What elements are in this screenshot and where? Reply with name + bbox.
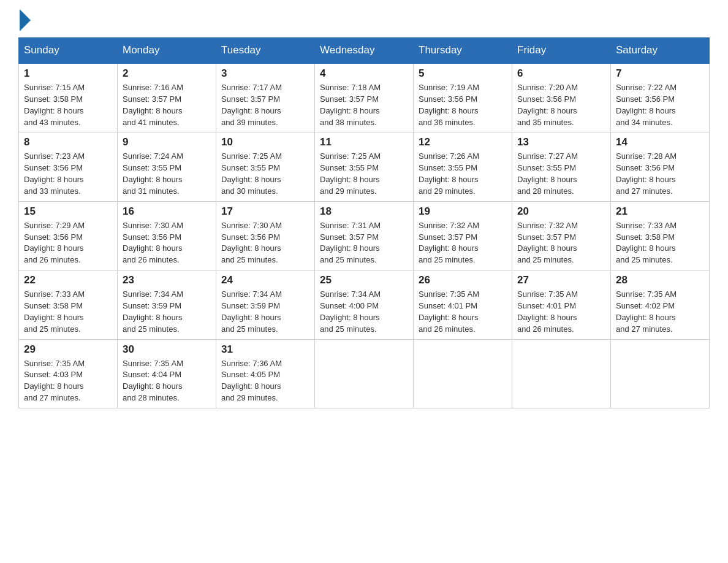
calendar-cell: 29 Sunrise: 7:35 AMSunset: 4:03 PMDaylig… [19,339,118,408]
day-number: 24 [221,274,309,286]
day-number: 23 [123,274,211,286]
weekday-header-monday: Monday [118,38,216,64]
day-number: 8 [24,136,112,148]
calendar-cell [414,339,512,408]
day-info: Sunrise: 7:35 AMSunset: 4:03 PMDaylight:… [24,358,112,404]
calendar-cell: 27 Sunrise: 7:35 AMSunset: 4:01 PMDaylig… [512,270,611,339]
calendar-header: SundayMondayTuesdayWednesdayThursdayFrid… [19,38,710,64]
calendar-cell [512,339,611,408]
calendar-cell: 22 Sunrise: 7:33 AMSunset: 3:58 PMDaylig… [19,270,118,339]
day-info: Sunrise: 7:31 AMSunset: 3:57 PMDaylight:… [320,220,408,266]
calendar-cell: 10 Sunrise: 7:25 AMSunset: 3:55 PMDaylig… [216,132,315,201]
calendar-cell: 15 Sunrise: 7:29 AMSunset: 3:56 PMDaylig… [19,201,118,270]
day-number: 18 [320,205,408,218]
day-number: 17 [221,205,309,218]
calendar-week-row: 15 Sunrise: 7:29 AMSunset: 3:56 PMDaylig… [19,201,710,270]
calendar-cell: 26 Sunrise: 7:35 AMSunset: 4:01 PMDaylig… [414,270,512,339]
day-info: Sunrise: 7:33 AMSunset: 3:58 PMDaylight:… [616,220,704,266]
calendar-cell: 14 Sunrise: 7:28 AMSunset: 3:56 PMDaylig… [611,132,710,201]
day-number: 19 [419,205,507,218]
weekday-header-sunday: Sunday [19,38,118,64]
day-number: 1 [24,67,112,80]
day-number: 3 [221,67,309,80]
day-info: Sunrise: 7:24 AMSunset: 3:55 PMDaylight:… [123,151,211,197]
day-number: 14 [616,136,704,148]
calendar-cell: 4 Sunrise: 7:18 AMSunset: 3:57 PMDayligh… [315,63,414,132]
calendar-cell: 8 Sunrise: 7:23 AMSunset: 3:56 PMDayligh… [19,132,118,201]
calendar-cell [315,339,414,408]
calendar-cell: 11 Sunrise: 7:25 AMSunset: 3:55 PMDaylig… [315,132,414,201]
calendar-cell: 19 Sunrise: 7:32 AMSunset: 3:57 PMDaylig… [414,201,512,270]
day-info: Sunrise: 7:15 AMSunset: 3:58 PMDaylight:… [24,82,112,128]
calendar-cell: 7 Sunrise: 7:22 AMSunset: 3:56 PMDayligh… [611,63,710,132]
calendar-week-row: 8 Sunrise: 7:23 AMSunset: 3:56 PMDayligh… [19,132,710,201]
day-number: 6 [517,67,605,80]
calendar-cell [611,339,710,408]
day-info: Sunrise: 7:35 AMSunset: 4:01 PMDaylight:… [517,289,605,335]
day-number: 11 [320,136,408,148]
day-number: 4 [320,67,408,80]
calendar-cell: 21 Sunrise: 7:33 AMSunset: 3:58 PMDaylig… [611,201,710,270]
calendar-body: 1 Sunrise: 7:15 AMSunset: 3:58 PMDayligh… [19,63,710,408]
calendar-cell: 16 Sunrise: 7:30 AMSunset: 3:56 PMDaylig… [118,201,216,270]
calendar-week-row: 1 Sunrise: 7:15 AMSunset: 3:58 PMDayligh… [19,63,710,132]
day-info: Sunrise: 7:17 AMSunset: 3:57 PMDaylight:… [221,82,309,128]
day-info: Sunrise: 7:35 AMSunset: 4:04 PMDaylight:… [123,358,211,404]
calendar-cell: 24 Sunrise: 7:34 AMSunset: 3:59 PMDaylig… [216,270,315,339]
day-number: 25 [320,274,408,286]
calendar-cell: 9 Sunrise: 7:24 AMSunset: 3:55 PMDayligh… [118,132,216,201]
weekday-header-tuesday: Tuesday [216,38,315,64]
day-info: Sunrise: 7:27 AMSunset: 3:55 PMDaylight:… [517,151,605,197]
calendar-cell: 30 Sunrise: 7:35 AMSunset: 4:04 PMDaylig… [118,339,216,408]
day-info: Sunrise: 7:35 AMSunset: 4:01 PMDaylight:… [419,289,507,335]
weekday-header-saturday: Saturday [611,38,710,64]
day-info: Sunrise: 7:30 AMSunset: 3:56 PMDaylight:… [221,220,309,266]
weekday-header-wednesday: Wednesday [315,38,414,64]
calendar-cell: 2 Sunrise: 7:16 AMSunset: 3:57 PMDayligh… [118,63,216,132]
day-number: 10 [221,136,309,148]
calendar-cell: 17 Sunrise: 7:30 AMSunset: 3:56 PMDaylig… [216,201,315,270]
day-number: 26 [419,274,507,286]
logo-triangle-icon [20,9,31,31]
day-info: Sunrise: 7:32 AMSunset: 3:57 PMDaylight:… [419,220,507,266]
day-info: Sunrise: 7:29 AMSunset: 3:56 PMDaylight:… [24,220,112,266]
day-info: Sunrise: 7:34 AMSunset: 3:59 PMDaylight:… [221,289,309,335]
day-info: Sunrise: 7:18 AMSunset: 3:57 PMDaylight:… [320,82,408,128]
calendar-cell: 5 Sunrise: 7:19 AMSunset: 3:56 PMDayligh… [414,63,512,132]
calendar-cell: 3 Sunrise: 7:17 AMSunset: 3:57 PMDayligh… [216,63,315,132]
calendar-cell: 13 Sunrise: 7:27 AMSunset: 3:55 PMDaylig… [512,132,611,201]
calendar-cell: 28 Sunrise: 7:35 AMSunset: 4:02 PMDaylig… [611,270,710,339]
day-number: 5 [419,67,507,80]
day-info: Sunrise: 7:33 AMSunset: 3:58 PMDaylight:… [24,289,112,335]
calendar-cell: 18 Sunrise: 7:31 AMSunset: 3:57 PMDaylig… [315,201,414,270]
calendar-cell: 6 Sunrise: 7:20 AMSunset: 3:56 PMDayligh… [512,63,611,132]
day-info: Sunrise: 7:22 AMSunset: 3:56 PMDaylight:… [616,82,704,128]
day-info: Sunrise: 7:25 AMSunset: 3:55 PMDaylight:… [320,151,408,197]
weekday-header-friday: Friday [512,38,611,64]
day-number: 13 [517,136,605,148]
page-header [18,12,710,31]
day-info: Sunrise: 7:36 AMSunset: 4:05 PMDaylight:… [221,358,309,404]
calendar-cell: 23 Sunrise: 7:34 AMSunset: 3:59 PMDaylig… [118,270,216,339]
day-number: 29 [24,343,112,356]
day-info: Sunrise: 7:23 AMSunset: 3:56 PMDaylight:… [24,151,112,197]
calendar-cell: 1 Sunrise: 7:15 AMSunset: 3:58 PMDayligh… [19,63,118,132]
calendar-week-row: 22 Sunrise: 7:33 AMSunset: 3:58 PMDaylig… [19,270,710,339]
day-info: Sunrise: 7:26 AMSunset: 3:55 PMDaylight:… [419,151,507,197]
weekday-header-row: SundayMondayTuesdayWednesdayThursdayFrid… [19,38,710,64]
calendar-cell: 20 Sunrise: 7:32 AMSunset: 3:57 PMDaylig… [512,201,611,270]
calendar-cell: 12 Sunrise: 7:26 AMSunset: 3:55 PMDaylig… [414,132,512,201]
day-info: Sunrise: 7:16 AMSunset: 3:57 PMDaylight:… [123,82,211,128]
day-number: 20 [517,205,605,218]
logo [18,12,31,31]
day-info: Sunrise: 7:20 AMSunset: 3:56 PMDaylight:… [517,82,605,128]
day-info: Sunrise: 7:28 AMSunset: 3:56 PMDaylight:… [616,151,704,197]
day-info: Sunrise: 7:19 AMSunset: 3:56 PMDaylight:… [419,82,507,128]
day-number: 2 [123,67,211,80]
day-info: Sunrise: 7:32 AMSunset: 3:57 PMDaylight:… [517,220,605,266]
day-number: 28 [616,274,704,286]
day-number: 9 [123,136,211,148]
day-info: Sunrise: 7:30 AMSunset: 3:56 PMDaylight:… [123,220,211,266]
day-info: Sunrise: 7:35 AMSunset: 4:02 PMDaylight:… [616,289,704,335]
day-number: 22 [24,274,112,286]
